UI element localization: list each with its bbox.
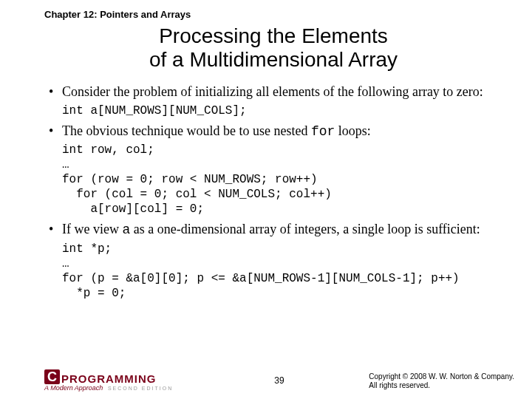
chapter-label: Chapter 12: Pointers and Arrays (44, 9, 502, 20)
code-block-2: int row, col; … for (row = 0; row < NUM_… (62, 143, 502, 216)
bullet-1: Consider the problem of initializing all… (62, 83, 502, 100)
book-logo: CPROGRAMMING A Modern Approach SECOND ED… (44, 369, 173, 392)
title-line-2: of a Multidimensional Array (149, 48, 398, 71)
slide-title: Processing the Elements of a Multidimens… (44, 24, 502, 72)
logo-mark: C (44, 369, 60, 384)
bullet-2-post: loops: (335, 123, 371, 138)
bullet-3-mono: a (122, 222, 130, 237)
code-block-3: int *p; … for (p = &a[0][0]; p <= &a[NUM… (62, 242, 502, 301)
bullet-3: If we view a as a one-dimensional array … (62, 221, 502, 239)
copyright-line-1: Copyright © 2008 W. W. Norton & Company. (369, 372, 514, 381)
bullet-list: Consider the problem of initializing all… (44, 83, 502, 100)
bullet-list-2: The obvious technique would be to use ne… (44, 123, 502, 140)
bullet-1-text: Consider the problem of initializing all… (62, 84, 483, 99)
bullet-list-3: If we view a as a one-dimensional array … (44, 221, 502, 239)
bullet-2-mono: for (311, 124, 335, 139)
slide: Chapter 12: Pointers and Arrays Processi… (0, 0, 532, 399)
page-number: 39 (274, 375, 284, 386)
footer: CPROGRAMMING A Modern Approach SECOND ED… (44, 362, 514, 396)
bullet-3-pre: If we view (62, 222, 122, 236)
title-line-1: Processing the Elements (159, 24, 388, 47)
logo-subtitle: A Modern Approach SECOND EDITION (44, 385, 173, 392)
copyright-line-2: All rights reserved. (369, 381, 430, 389)
code-block-1: int a[NUM_ROWS][NUM_COLS]; (62, 103, 502, 118)
logo-edition: SECOND EDITION (108, 386, 173, 391)
bullet-2: The obvious technique would be to use ne… (62, 123, 502, 140)
logo-text: PROGRAMMING (61, 373, 157, 384)
logo-sub-text: A Modern Approach (44, 384, 103, 392)
copyright: Copyright © 2008 W. W. Norton & Company.… (369, 372, 514, 390)
bullet-3-post: as a one-dimensional array of integers, … (130, 222, 480, 236)
bullet-2-pre: The obvious technique would be to use ne… (62, 123, 311, 138)
